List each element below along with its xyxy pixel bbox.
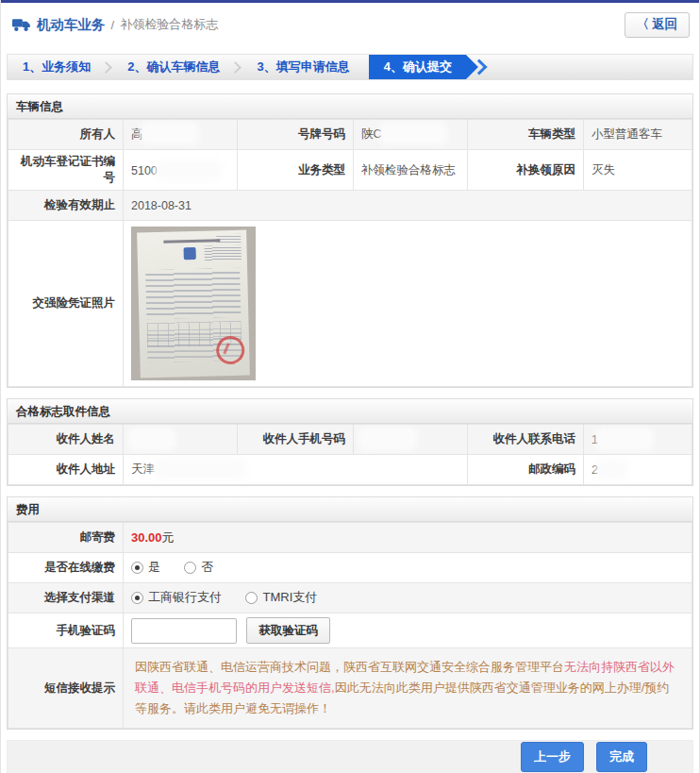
reissue-reason-label: 补换领原因: [468, 150, 584, 191]
channel-icbc-label: 工商银行支付: [148, 589, 222, 606]
recipient-phone-value: 1: [584, 425, 692, 455]
table-row: 机动车登记证书编号 5100 业务类型 补领检验合格标志 补换领原因 灭失: [8, 150, 692, 191]
postage-label: 邮寄费: [8, 523, 124, 553]
vehicle-type-value: 小型普通客车: [584, 120, 692, 150]
business-type-value: 补领检验合格标志: [354, 150, 468, 191]
breadcrumb-current: 补领检验合格标志: [120, 16, 218, 33]
vehicle-section-title: 车辆信息: [8, 94, 692, 119]
online-pay-yes-option[interactable]: 是: [131, 559, 160, 576]
sms-code-input[interactable]: [131, 618, 237, 644]
recipient-address-label: 收件人地址: [8, 455, 124, 485]
postage-value: 30.00元: [124, 523, 692, 553]
postage-amount: 30.00: [131, 530, 162, 545]
pickup-section-title: 合格标志取件信息: [8, 399, 692, 424]
payment-channel-options: 工商银行支付 TMRI支付: [124, 583, 692, 613]
insurance-photo-cell: [124, 221, 692, 387]
plate-value: 陕C: [354, 120, 468, 150]
table-row: 短信接收提示 因陕西省联通、电信运营商技术问题，陕西省互联网交通安全综合服务管理…: [8, 648, 692, 729]
sms-code-cell: 获取验证码: [124, 613, 692, 648]
radio-selected-icon[interactable]: [131, 562, 143, 574]
payment-channel-label: 选择支付渠道: [8, 583, 124, 613]
radio-unselected-icon[interactable]: [184, 562, 196, 574]
table-row: 检验有效期止 2018-08-31: [8, 191, 692, 221]
sms-code-label: 手机验证码: [8, 613, 124, 648]
owner-value: 高: [124, 120, 238, 150]
radio-unselected-icon[interactable]: [245, 592, 258, 604]
breadcrumb-primary-link[interactable]: 机动车业务: [37, 16, 106, 34]
fee-section-title: 费用: [8, 497, 692, 522]
redaction-blur: [157, 462, 243, 476]
recipient-mobile-value: [354, 425, 468, 455]
document-text-lines: [145, 268, 241, 319]
recipient-phone-label: 收件人联系电话: [468, 425, 584, 455]
online-pay-no-label: 否: [201, 559, 213, 576]
table-row: 手机验证码 获取验证码: [8, 613, 692, 648]
redaction-blur: [600, 432, 649, 446]
step-4-tab-active[interactable]: 4、确认提交: [369, 55, 478, 79]
business-type-label: 业务类型: [238, 150, 354, 191]
table-row: 选择支付渠道 工商银行支付 TMRI支付: [8, 583, 692, 613]
finish-button[interactable]: 完成: [596, 742, 647, 772]
document-paper: [137, 230, 250, 378]
previous-step-button[interactable]: 上一步: [521, 742, 584, 772]
table-row: 邮寄费 30.00元: [8, 523, 692, 553]
redaction-blur: [363, 432, 412, 446]
breadcrumb: 机动车业务 / 补领检验合格标志: [12, 16, 218, 34]
postage-unit: 元: [162, 530, 175, 545]
breadcrumb-separator: /: [111, 18, 115, 32]
online-pay-no-option[interactable]: 否: [184, 559, 213, 576]
registration-no-value: 5100: [124, 150, 238, 191]
postal-code-label: 邮政编码: [468, 455, 584, 485]
redaction-blur: [384, 126, 442, 141]
step-2-tab[interactable]: 2、确认车辆信息: [112, 55, 235, 79]
insurance-certificate-photo[interactable]: [131, 227, 256, 380]
step-1-tab[interactable]: 1、业务须知: [8, 55, 106, 79]
sms-notice-label: 短信接收提示: [8, 648, 124, 729]
back-button[interactable]: 〈 返回: [625, 12, 691, 38]
step-3-tab[interactable]: 3、填写申请信息: [242, 55, 364, 79]
vehicle-type-label: 车辆类型: [468, 120, 584, 150]
online-pay-yes-label: 是: [148, 559, 160, 576]
table-row: 收件人地址 天津 邮政编码 2: [8, 455, 692, 485]
pickup-info-section: 合格标志取件信息 收件人姓名 收件人手机号码 收件人联系电话 1 收件人地址 天…: [7, 398, 693, 486]
online-pay-options: 是 否: [124, 553, 692, 583]
recipient-name-value: [124, 425, 238, 455]
step-nav: 1、业务须知 2、确认车辆信息 3、填写申请信息 4、确认提交: [7, 54, 693, 80]
table-row: 交强险凭证照片: [8, 221, 692, 387]
postal-code-value: 2: [584, 455, 692, 485]
page: 机动车业务 / 补领检验合格标志 〈 返回 1、业务须知 2、确认车辆信息 3、…: [0, 0, 700, 773]
channel-tmri-option[interactable]: TMRI支付: [245, 589, 317, 606]
radio-selected-icon[interactable]: [131, 592, 143, 604]
redaction-blur: [145, 126, 194, 141]
channel-icbc-option[interactable]: 工商银行支付: [131, 589, 222, 606]
online-pay-label: 是否在线缴费: [8, 553, 124, 583]
notice-text-part1: 因陕西省联通、电信运营商技术问题，陕西省互联网交通安全综合服务管理平台: [135, 660, 564, 674]
recipient-mobile-label: 收件人手机号码: [238, 425, 354, 455]
fee-section: 费用 邮寄费 30.00元 是否在线缴费 是 否: [7, 496, 693, 730]
document-header-lines: [204, 245, 242, 261]
plate-label: 号牌号码: [238, 120, 354, 150]
redaction-blur: [133, 432, 171, 446]
page-header: 机动车业务 / 补领检验合格标志 〈 返回: [1, 3, 699, 46]
insurer-logo: [183, 247, 195, 260]
fee-table: 邮寄费 30.00元 是否在线缴费 是 否: [8, 522, 692, 729]
pickup-info-table: 收件人姓名 收件人手机号码 收件人联系电话 1 收件人地址 天津 邮政编码 2: [8, 424, 692, 485]
recipient-name-label: 收件人姓名: [8, 425, 124, 455]
owner-label: 所有人: [8, 120, 124, 150]
channel-tmri-label: TMRI支付: [262, 589, 317, 606]
back-chevron-icon: 〈: [637, 16, 650, 33]
redaction-blur: [600, 462, 625, 477]
inspection-valid-value: 2018-08-31: [124, 191, 692, 221]
vehicle-info-table: 所有人 高 号牌号码 陕C 车辆类型 小型普通客车 机动车登记证书编号 5100…: [8, 119, 692, 387]
vehicle-info-section: 车辆信息 所有人 高 号牌号码 陕C 车辆类型 小型普通客车 机动车登记证书编号…: [7, 93, 693, 388]
sms-notice-text: 因陕西省联通、电信运营商技术问题，陕西省互联网交通安全综合服务管理平台无法向持陕…: [124, 648, 692, 729]
back-button-label: 返回: [652, 16, 677, 33]
action-bar: 上一步 完成: [7, 740, 693, 773]
truck-icon: [12, 17, 31, 32]
table-row: 所有人 高 号牌号码 陕C 车辆类型 小型普通客车: [8, 120, 692, 150]
registration-no-label: 机动车登记证书编号: [8, 150, 124, 191]
table-row: 收件人姓名 收件人手机号码 收件人联系电话 1: [8, 425, 692, 455]
get-sms-code-button[interactable]: 获取验证码: [246, 617, 330, 644]
insurance-photo-label: 交强险凭证照片: [8, 221, 124, 387]
inspection-valid-label: 检验有效期止: [8, 191, 124, 221]
